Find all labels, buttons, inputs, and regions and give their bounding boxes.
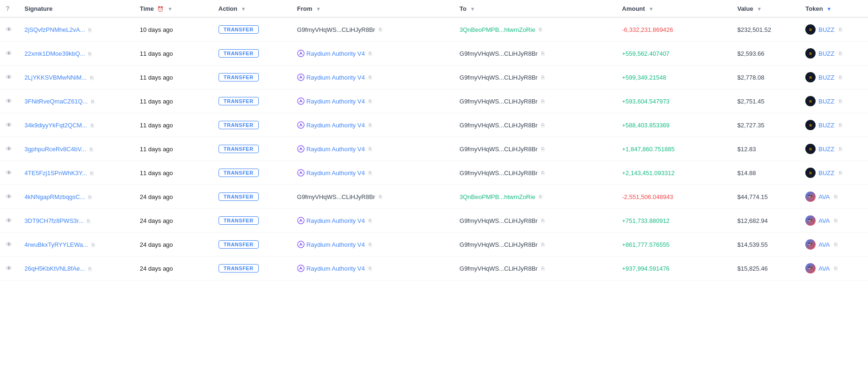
token-filter-icon[interactable]: ▼ [826,6,832,12]
action-filter-icon[interactable]: ▼ [241,6,246,12]
value-filter-icon[interactable]: ▼ [757,6,762,12]
from-link[interactable]: Raydium Authority V4 [306,265,365,272]
token-name-link[interactable]: AVA [818,241,830,248]
from-link[interactable]: Raydium Authority V4 [306,122,365,129]
signature-link[interactable]: 22xmk1DMoe39kbQ... [24,50,85,57]
from-copy-icon[interactable]: ⎘ [369,146,372,152]
from-copy-icon[interactable]: ⎘ [369,218,372,223]
time-clock-icon[interactable]: ⏰ [157,6,164,12]
to-copy-icon[interactable]: ⎘ [541,74,545,80]
to-copy-icon[interactable]: ⎘ [541,218,545,223]
from-copy-icon[interactable]: ⎘ [369,122,372,128]
signature-link[interactable]: 2LjYKKSVBMwNNiM... [24,74,87,81]
header-from: From ▼ [292,0,454,17]
to-filter-icon[interactable]: ▼ [470,6,475,12]
signature-link[interactable]: 34k9diyyYkFqt2QCM... [24,122,87,129]
to-copy-icon[interactable]: ⎘ [541,98,545,104]
row-eye-icon[interactable]: 👁 [6,169,12,177]
to-copy-icon[interactable]: ⎘ [539,27,542,32]
from-copy-icon[interactable]: ⎘ [379,27,382,32]
token-name-link[interactable]: BUZZ [818,26,834,33]
signature-copy-icon[interactable]: ⎘ [87,218,90,224]
from-link[interactable]: Raydium Authority V4 [306,241,365,248]
signature-link[interactable]: 3DT9CH7fz8PWS3r... [24,217,83,224]
token-copy-icon[interactable]: ⎘ [839,146,842,152]
from-link[interactable]: Raydium Authority V4 [306,170,365,177]
row-eye-icon[interactable]: 👁 [6,97,12,105]
signature-copy-icon[interactable]: ⎘ [88,266,92,272]
to-copy-icon[interactable]: ⎘ [541,122,545,128]
token-copy-icon[interactable]: ⎘ [834,194,838,199]
signature-copy-icon[interactable]: ⎘ [88,27,92,33]
signature-copy-icon[interactable]: ⎘ [91,123,94,128]
row-eye-icon[interactable]: 👁 [6,241,12,248]
from-copy-icon[interactable]: ⎘ [369,242,372,247]
token-copy-icon[interactable]: ⎘ [839,170,842,176]
token-name-link[interactable]: BUZZ [818,170,834,177]
row-eye-icon[interactable]: 👁 [6,50,12,57]
from-copy-icon[interactable]: ⎘ [369,265,372,271]
signature-link[interactable]: 26qH5KbKtVNL8fAe... [24,265,85,272]
to-link[interactable]: 3QnBeoPMPB...htwrnZoRie [460,193,535,200]
signature-link[interactable]: 3gphpuRceRv8C4bV... [24,146,86,153]
from-filter-icon[interactable]: ▼ [316,6,321,12]
to-copy-icon[interactable]: ⎘ [541,146,545,152]
signature-copy-icon[interactable]: ⎘ [88,194,92,200]
token-copy-icon[interactable]: ⎘ [839,51,842,56]
from-link[interactable]: Raydium Authority V4 [306,217,365,224]
signature-link[interactable]: 3FNitRveQmaCZ61Q... [24,98,88,105]
amount-value: -2,551,506.048943 [622,193,673,200]
token-name-link[interactable]: BUZZ [818,98,834,105]
token-name-link[interactable]: AVA [818,217,830,224]
signature-copy-icon[interactable]: ⎘ [92,242,95,248]
token-copy-icon[interactable]: ⎘ [834,265,838,271]
row-eye-icon[interactable]: 👁 [6,193,12,200]
to-copy-icon[interactable]: ⎘ [541,265,545,271]
signature-copy-icon[interactable]: ⎘ [90,75,94,81]
token-copy-icon[interactable]: ⎘ [839,27,842,32]
header-question[interactable]: ? [0,0,19,17]
to-link[interactable]: 3QnBeoPMPB...htwrnZoRie [460,26,535,33]
token-copy-icon[interactable]: ⎘ [839,98,842,104]
signature-link[interactable]: 4kNNgapRMzbqgsC... [24,193,85,200]
row-eye-icon[interactable]: 👁 [6,26,12,33]
time-filter-icon[interactable]: ▼ [168,6,173,12]
token-name-link[interactable]: AVA [818,265,830,272]
signature-link[interactable]: 2jSQvfzPNMheL2vA... [24,26,85,33]
row-eye-icon[interactable]: 👁 [6,265,12,272]
from-link[interactable]: Raydium Authority V4 [306,98,365,105]
signature-copy-icon[interactable]: ⎘ [90,170,94,176]
token-name-link[interactable]: BUZZ [818,74,834,81]
signature-copy-icon[interactable]: ⎘ [91,99,95,104]
to-copy-icon[interactable]: ⎘ [541,51,545,56]
to-copy-icon[interactable]: ⎘ [539,194,542,199]
token-copy-icon[interactable]: ⎘ [834,242,838,247]
amount-filter-icon[interactable]: ▼ [649,6,654,12]
to-copy-icon[interactable]: ⎘ [541,242,545,247]
token-name-link[interactable]: BUZZ [818,146,834,153]
signature-link[interactable]: 4rwuBkxTyRYYLEWa... [24,241,88,248]
from-copy-icon[interactable]: ⎘ [379,194,382,199]
token-copy-icon[interactable]: ⎘ [834,218,838,223]
from-link[interactable]: Raydium Authority V4 [306,146,365,153]
from-copy-icon[interactable]: ⎘ [369,98,372,104]
signature-link[interactable]: 4TE5Fzj1SPnWhK3Y... [24,170,87,177]
from-copy-icon[interactable]: ⎘ [369,170,372,176]
signature-copy-icon[interactable]: ⎘ [88,51,92,57]
row-eye-icon[interactable]: 👁 [6,74,12,81]
to-copy-icon[interactable]: ⎘ [541,170,545,176]
from-link[interactable]: Raydium Authority V4 [306,74,365,81]
row-eye-icon[interactable]: 👁 [6,217,12,224]
table-row: 👁 22xmk1DMoe39kbQ... ⎘ 11 days agoTRANSF… [0,42,868,66]
token-name-link[interactable]: BUZZ [818,122,834,129]
token-name-link[interactable]: AVA [818,193,830,200]
token-copy-icon[interactable]: ⎘ [839,74,842,80]
row-eye-icon[interactable]: 👁 [6,121,12,129]
signature-copy-icon[interactable]: ⎘ [90,147,93,152]
token-copy-icon[interactable]: ⎘ [839,122,842,128]
from-copy-icon[interactable]: ⎘ [369,74,372,80]
token-name-link[interactable]: BUZZ [818,50,834,57]
from-copy-icon[interactable]: ⎘ [369,51,372,56]
from-link[interactable]: Raydium Authority V4 [306,50,365,57]
row-eye-icon[interactable]: 👁 [6,145,12,153]
